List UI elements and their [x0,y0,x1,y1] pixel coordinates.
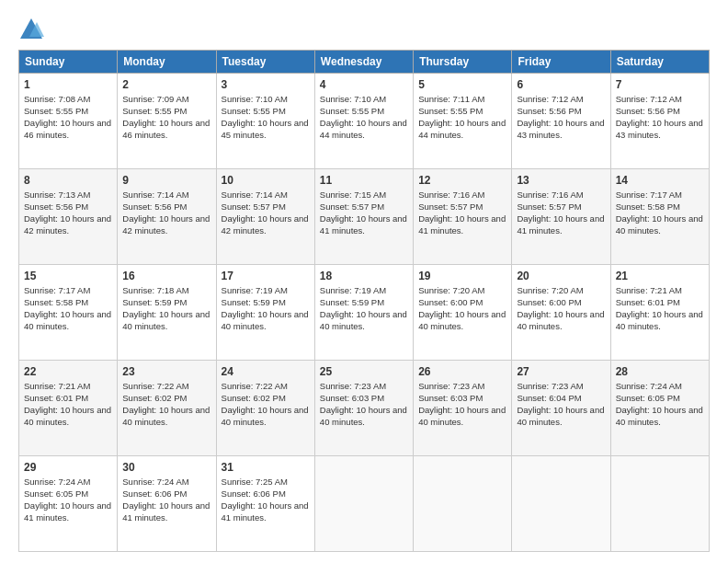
daylight-text: Daylight: 10 hours and 41 minutes. [320,213,407,236]
day-number: 29 [24,460,112,475]
day-number: 25 [320,364,408,379]
calendar-cell: 12Sunrise: 7:16 AMSunset: 5:57 PMDayligh… [414,169,512,265]
day-number: 7 [616,77,704,92]
day-number: 26 [418,364,506,379]
day-number: 20 [517,269,605,283]
sunset-text: Sunset: 6:02 PM [122,393,187,403]
sunset-text: Sunset: 6:00 PM [517,297,581,307]
sunset-text: Sunset: 5:55 PM [24,106,88,116]
daylight-text: Daylight: 10 hours and 40 minutes. [222,405,309,427]
logo-icon [18,17,44,42]
calendar-week-row: 1Sunrise: 7:08 AMSunset: 5:55 PMDaylight… [19,74,710,169]
calendar-cell: 22Sunrise: 7:21 AMSunset: 6:01 PMDayligh… [19,361,118,456]
sunrise-text: Sunrise: 7:20 AM [517,285,583,295]
calendar-week-row: 8Sunrise: 7:13 AMSunset: 5:56 PMDaylight… [19,169,710,265]
day-number: 6 [517,77,605,92]
sunset-text: Sunset: 5:55 PM [122,106,187,116]
calendar-cell: 14Sunrise: 7:17 AMSunset: 5:58 PMDayligh… [610,169,709,265]
sunrise-text: Sunrise: 7:10 AM [222,94,288,104]
daylight-text: Daylight: 10 hours and 43 minutes. [616,118,703,140]
calendar-cell: 30Sunrise: 7:24 AMSunset: 6:06 PMDayligh… [118,456,216,552]
daylight-text: Daylight: 10 hours and 40 minutes. [517,405,604,427]
calendar-cell: 21Sunrise: 7:21 AMSunset: 6:01 PMDayligh… [610,265,709,361]
day-number: 5 [418,77,506,92]
calendar-cell: 3Sunrise: 7:10 AMSunset: 5:55 PMDaylight… [216,74,314,169]
sunrise-text: Sunrise: 7:13 AM [24,190,90,200]
daylight-text: Daylight: 10 hours and 46 minutes. [24,118,111,140]
sunrise-text: Sunrise: 7:21 AM [616,285,682,295]
daylight-text: Daylight: 10 hours and 40 minutes. [616,405,703,427]
day-number: 1 [24,77,112,92]
day-number: 14 [616,173,704,188]
daylight-text: Daylight: 10 hours and 40 minutes. [24,309,111,331]
calendar-cell: 5Sunrise: 7:11 AMSunset: 5:55 PMDaylight… [414,74,512,169]
sunset-text: Sunset: 6:05 PM [24,488,88,499]
day-number: 11 [320,173,408,188]
daylight-text: Daylight: 10 hours and 46 minutes. [122,118,210,140]
day-number: 18 [320,269,408,283]
calendar-week-row: 22Sunrise: 7:21 AMSunset: 6:01 PMDayligh… [19,361,710,456]
sunset-text: Sunset: 5:55 PM [320,106,384,116]
daylight-text: Daylight: 10 hours and 44 minutes. [320,118,407,140]
calendar-cell: 15Sunrise: 7:17 AMSunset: 5:58 PMDayligh… [19,265,118,361]
daylight-text: Daylight: 10 hours and 42 minutes. [122,213,210,236]
sunrise-text: Sunrise: 7:16 AM [517,190,583,200]
sunrise-text: Sunrise: 7:17 AM [616,190,682,200]
day-number: 23 [122,364,210,379]
sunrise-text: Sunrise: 7:12 AM [517,94,583,104]
calendar-cell: 13Sunrise: 7:16 AMSunset: 5:57 PMDayligh… [512,169,610,265]
sunrise-text: Sunrise: 7:16 AM [418,190,484,200]
calendar-cell: 1Sunrise: 7:08 AMSunset: 5:55 PMDaylight… [19,74,118,169]
calendar-cell: 8Sunrise: 7:13 AMSunset: 5:56 PMDaylight… [19,169,118,265]
calendar-cell: 29Sunrise: 7:24 AMSunset: 6:05 PMDayligh… [19,456,118,552]
calendar-week-row: 29Sunrise: 7:24 AMSunset: 6:05 PMDayligh… [19,456,710,552]
daylight-text: Daylight: 10 hours and 40 minutes. [517,309,604,331]
sunset-text: Sunset: 5:56 PM [24,201,88,212]
daylight-text: Daylight: 10 hours and 40 minutes. [418,309,506,331]
sunset-text: Sunset: 6:04 PM [517,393,581,403]
calendar-cell: 16Sunrise: 7:18 AMSunset: 5:59 PMDayligh… [118,265,216,361]
weekday-header: Tuesday [216,51,314,74]
calendar-cell [314,456,413,552]
day-number: 30 [122,460,210,475]
sunset-text: Sunset: 5:56 PM [517,106,581,116]
day-number: 24 [222,364,310,379]
sunset-text: Sunset: 5:57 PM [418,201,483,212]
sunrise-text: Sunrise: 7:08 AM [24,94,90,104]
calendar-cell: 7Sunrise: 7:12 AMSunset: 5:56 PMDaylight… [610,74,709,169]
calendar-cell: 11Sunrise: 7:15 AMSunset: 5:57 PMDayligh… [314,169,413,265]
daylight-text: Daylight: 10 hours and 41 minutes. [24,500,111,523]
header [18,17,710,42]
sunset-text: Sunset: 5:56 PM [122,201,187,212]
calendar-cell: 24Sunrise: 7:22 AMSunset: 6:02 PMDayligh… [216,361,314,456]
weekday-header: Friday [512,51,610,74]
sunrise-text: Sunrise: 7:23 AM [517,381,583,391]
daylight-text: Daylight: 10 hours and 45 minutes. [222,118,309,140]
sunset-text: Sunset: 6:03 PM [418,393,483,403]
sunset-text: Sunset: 5:58 PM [616,201,680,212]
weekday-header: Sunday [19,51,118,74]
sunset-text: Sunset: 6:01 PM [24,393,88,403]
sunrise-text: Sunrise: 7:23 AM [320,381,386,391]
day-number: 27 [517,364,605,379]
calendar-cell: 17Sunrise: 7:19 AMSunset: 5:59 PMDayligh… [216,265,314,361]
day-number: 10 [222,173,310,188]
sunrise-text: Sunrise: 7:18 AM [122,285,188,295]
sunrise-text: Sunrise: 7:25 AM [222,477,288,487]
sunset-text: Sunset: 5:59 PM [122,297,187,307]
daylight-text: Daylight: 10 hours and 42 minutes. [24,213,111,236]
sunrise-text: Sunrise: 7:19 AM [320,285,386,295]
day-number: 3 [222,77,310,92]
sunrise-text: Sunrise: 7:24 AM [24,477,90,487]
logo [18,17,48,42]
sunset-text: Sunset: 5:55 PM [222,106,286,116]
day-number: 31 [222,460,310,475]
daylight-text: Daylight: 10 hours and 40 minutes. [122,309,210,331]
day-number: 28 [616,364,704,379]
sunset-text: Sunset: 5:57 PM [222,201,286,212]
day-number: 9 [122,173,210,188]
calendar-cell: 20Sunrise: 7:20 AMSunset: 6:00 PMDayligh… [512,265,610,361]
calendar-cell: 28Sunrise: 7:24 AMSunset: 6:05 PMDayligh… [610,361,709,456]
calendar-cell: 27Sunrise: 7:23 AMSunset: 6:04 PMDayligh… [512,361,610,456]
sunset-text: Sunset: 5:59 PM [222,297,286,307]
